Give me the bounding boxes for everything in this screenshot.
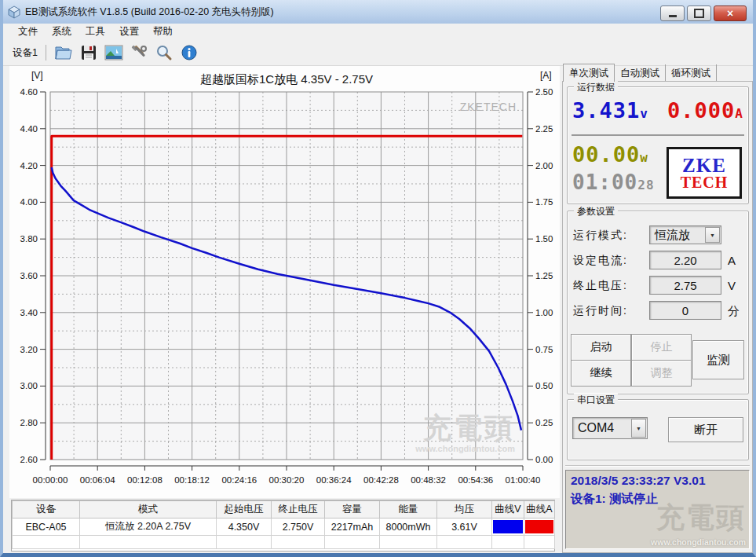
disconnect-button[interactable]: 断开 bbox=[668, 417, 743, 442]
y-left-tick: 4.00 bbox=[20, 197, 38, 207]
run-mode-select[interactable]: 恒流放 ▼ bbox=[649, 225, 721, 244]
table-header-能量: 能量 bbox=[380, 501, 437, 519]
chart-panel: ZKETECH充電頭www.chongdiantou.com4.604.404.… bbox=[9, 66, 560, 498]
group-run-data-label: 运行数据 bbox=[574, 81, 618, 94]
chongdiantou-watermark: 充電頭 bbox=[656, 499, 746, 537]
x-tick: 00:18:12 bbox=[174, 475, 210, 485]
zoom-icon[interactable] bbox=[153, 42, 175, 63]
x-tick: 00:00:00 bbox=[33, 475, 68, 485]
monitor-button[interactable]: 监测 bbox=[692, 340, 744, 379]
tab-page: 运行数据 3.431v 0.000A 00.00w 01:0028 ZKE TE… bbox=[562, 81, 753, 553]
image-export-icon[interactable] bbox=[103, 42, 125, 63]
discharge-chart: ZKETECH充電頭www.chongdiantou.com4.604.404.… bbox=[9, 66, 560, 498]
adjust-button[interactable]: 调整 bbox=[631, 360, 692, 387]
maximize-button[interactable] bbox=[687, 5, 711, 21]
status-timestamp: 2018/3/5 23:33:27 V3.01 bbox=[571, 474, 744, 488]
table-header-均压: 均压 bbox=[437, 501, 492, 519]
y-left-tick: 3.20 bbox=[20, 345, 38, 354]
y-left-tick: 3.40 bbox=[20, 308, 38, 317]
menu-item-3[interactable]: 设置 bbox=[112, 24, 146, 40]
close-button[interactable]: × bbox=[714, 5, 747, 21]
table-header-终止电压: 终止电压 bbox=[272, 501, 325, 519]
y-left-tick: 2.60 bbox=[20, 455, 38, 464]
table-header-设备: 设备 bbox=[13, 501, 80, 519]
table-header-曲线V: 曲线V bbox=[492, 501, 524, 519]
table-row[interactable]: EBC-A05恒流放 2.20A 2.75V4.350V2.750V2217mA… bbox=[13, 519, 555, 536]
device-tab[interactable]: 设备1 bbox=[3, 43, 44, 63]
left-axis-unit: [V] bbox=[31, 70, 43, 81]
chongdiantou-url-watermark: www.chongdiantou.com bbox=[651, 537, 746, 547]
resume-button[interactable]: 继续 bbox=[571, 360, 631, 387]
table-header-容量: 容量 bbox=[325, 501, 380, 519]
x-tick: 01:00:40 bbox=[506, 475, 541, 485]
tab-自动测试[interactable]: 自动测试 bbox=[615, 64, 666, 82]
x-tick: 00:06:04 bbox=[80, 475, 115, 485]
menu-item-2[interactable]: 工具 bbox=[79, 24, 112, 40]
table-cell: EBC-A05 bbox=[13, 519, 80, 536]
group-run-data: 运行数据 3.431v 0.000A 00.00w 01:0028 ZKE TE… bbox=[567, 86, 749, 204]
tab-循环测试[interactable]: 循环测试 bbox=[666, 64, 717, 82]
right-axis-unit: [A] bbox=[540, 70, 552, 81]
chevron-down-icon[interactable]: ▼ bbox=[631, 419, 646, 438]
cutoff-voltage-input[interactable]: 2.75 bbox=[649, 276, 721, 295]
stop-button[interactable]: 停止 bbox=[631, 334, 692, 361]
y-left-tick: 3.00 bbox=[20, 381, 38, 390]
chevron-down-icon[interactable]: ▼ bbox=[705, 227, 720, 243]
panel-divider bbox=[565, 465, 750, 467]
toolbar: 设备1 bbox=[3, 40, 753, 66]
zketech-logo: ZKE TECH bbox=[667, 147, 742, 199]
minimize-icon bbox=[669, 15, 677, 17]
voltage-display: 3.431v bbox=[572, 100, 648, 121]
info-icon[interactable] bbox=[178, 42, 200, 63]
y-left-tick: 3.80 bbox=[20, 234, 38, 244]
y-right-tick: 0.25 bbox=[535, 418, 553, 427]
y-left-tick: 4.20 bbox=[20, 161, 38, 170]
y-right-tick: 1.75 bbox=[535, 197, 553, 207]
menu-item-0[interactable]: 文件 bbox=[11, 24, 45, 40]
open-folder-icon[interactable] bbox=[53, 42, 75, 63]
run-time-input[interactable]: 0 bbox=[649, 301, 721, 320]
y-left-tick: 4.60 bbox=[20, 87, 38, 97]
save-icon[interactable] bbox=[78, 42, 100, 63]
table-cell: 4.350V bbox=[217, 519, 272, 536]
com-port-select[interactable]: COM4 ▼ bbox=[572, 417, 648, 439]
y-right-tick: 2.50 bbox=[535, 87, 553, 97]
run-time-unit: 分 bbox=[728, 304, 740, 319]
minimize-button[interactable] bbox=[660, 5, 685, 21]
tab-单次测试[interactable]: 单次测试 bbox=[563, 64, 615, 82]
x-tick: 00:36:24 bbox=[316, 475, 352, 485]
results-table: 设备模式起始电压终止电压容量能量均压曲线V曲线AEBC-A05恒流放 2.20A… bbox=[12, 500, 555, 549]
app-window: EB测试系统软件 V1.8.5 (Build 2016-02-20 充电头特别版… bbox=[0, 0, 756, 557]
y-right-tick: 1.50 bbox=[535, 234, 553, 244]
set-current-input[interactable]: 2.20 bbox=[649, 251, 721, 269]
right-panel: 单次测试自动测试循环测试 运行数据 3.431v 0.000A 00.00w 0… bbox=[561, 66, 754, 553]
zketech-watermark: ZKETECH bbox=[460, 101, 517, 113]
tools-icon[interactable] bbox=[128, 42, 150, 63]
set-current-label: 设定电流: bbox=[573, 254, 628, 268]
y-left-tick: 2.80 bbox=[20, 418, 38, 427]
group-parameters: 参数设置 运行模式: 恒流放 ▼ 设定电流: 2.20 A 终止电压: 2.75 bbox=[567, 211, 749, 394]
menu-item-1[interactable]: 系统 bbox=[45, 24, 79, 40]
set-current-unit: A bbox=[728, 254, 736, 267]
power-display: 00.00w bbox=[572, 144, 648, 165]
window-title: EB测试系统软件 V1.8.5 (Build 2016-02-20 充电头特别版… bbox=[25, 5, 274, 19]
app-icon bbox=[7, 5, 21, 19]
table-cell: 2217mAh bbox=[325, 519, 380, 536]
close-icon: × bbox=[727, 8, 733, 19]
y-left-tick: 4.40 bbox=[20, 124, 38, 134]
toolbar-separator bbox=[46, 45, 46, 60]
x-tick: 00:48:32 bbox=[411, 475, 446, 485]
table-header-起始电压: 起始电压 bbox=[217, 501, 272, 519]
start-button[interactable]: 启动 bbox=[571, 334, 631, 361]
x-tick: 00:24:16 bbox=[221, 475, 257, 485]
y-right-tick: 2.25 bbox=[535, 124, 553, 134]
status-box: 2018/3/5 23:33:27 V3.01 设备1: 测试停止 充電頭 ww… bbox=[565, 470, 750, 549]
curve-v-swatch bbox=[493, 520, 523, 533]
x-tick: 00:30:20 bbox=[269, 475, 305, 485]
table-header-曲线A: 曲线A bbox=[524, 501, 555, 519]
chongdiantou-url-watermark: www.chongdiantou.com bbox=[415, 444, 515, 453]
menu-item-4[interactable]: 帮助 bbox=[146, 24, 180, 40]
run-time-label: 运行时间: bbox=[573, 304, 628, 318]
titlebar: EB测试系统软件 V1.8.5 (Build 2016-02-20 充电头特别版… bbox=[0, 0, 756, 24]
group-serial-label: 串口设置 bbox=[574, 394, 618, 407]
